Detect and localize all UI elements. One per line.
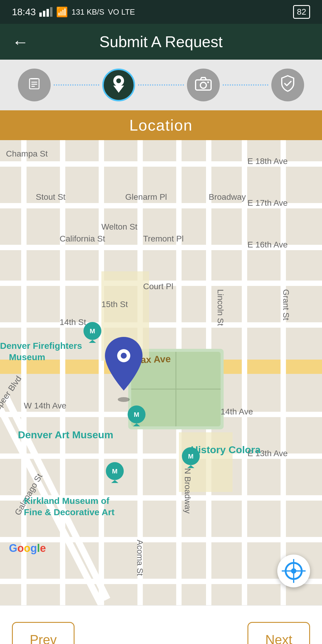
next-button[interactable]: Next bbox=[247, 622, 310, 644]
signal-icon bbox=[39, 7, 52, 17]
svg-rect-4 bbox=[31, 86, 35, 87]
svg-text:N Broadway: N Broadway bbox=[183, 468, 192, 514]
status-bar: 18:43 📶 131 KB/S VO LTE 82 bbox=[0, 0, 322, 24]
page-title: Submit A Request bbox=[99, 33, 222, 51]
camera-icon bbox=[195, 76, 212, 94]
clipboard-icon bbox=[27, 76, 42, 95]
step-form[interactable] bbox=[18, 69, 51, 101]
step-line-1 bbox=[54, 84, 99, 86]
status-time: 18:43 bbox=[12, 7, 36, 18]
svg-point-82 bbox=[121, 353, 127, 359]
svg-text:Denver Firefighters: Denver Firefighters bbox=[0, 341, 82, 351]
location-pin-icon bbox=[111, 74, 126, 96]
wifi-icon: 📶 bbox=[56, 6, 68, 18]
svg-text:Court Pl: Court Pl bbox=[143, 282, 173, 291]
network-speed: 131 KB/S bbox=[72, 7, 104, 17]
step-location[interactable] bbox=[102, 69, 135, 101]
svg-text:M: M bbox=[112, 467, 117, 475]
svg-text:E 17th Ave: E 17th Ave bbox=[247, 198, 288, 208]
svg-point-9 bbox=[200, 82, 206, 88]
step-photo[interactable] bbox=[187, 69, 220, 101]
svg-text:Fine & Decorative Art: Fine & Decorative Art bbox=[24, 507, 114, 517]
svg-rect-3 bbox=[31, 84, 37, 85]
location-label: Location bbox=[129, 116, 193, 134]
network-type: VO LTE bbox=[108, 7, 135, 17]
my-location-button[interactable] bbox=[277, 555, 310, 587]
svg-text:Denver Art Museum: Denver Art Museum bbox=[18, 429, 113, 440]
svg-text:E 16th Ave: E 16th Ave bbox=[247, 240, 288, 249]
svg-point-80 bbox=[118, 397, 130, 402]
svg-text:E 18th Ave: E 18th Ave bbox=[247, 157, 288, 166]
location-banner: Location bbox=[0, 110, 322, 140]
svg-text:Broadway: Broadway bbox=[209, 192, 246, 202]
step-indicator bbox=[0, 60, 322, 110]
back-button[interactable]: ← bbox=[12, 32, 29, 52]
google-logo: Google bbox=[9, 542, 46, 555]
svg-text:Grant St: Grant St bbox=[281, 289, 291, 320]
step-line-3 bbox=[223, 84, 268, 86]
svg-text:M: M bbox=[90, 327, 95, 335]
svg-text:Glenarm Pl: Glenarm Pl bbox=[125, 192, 167, 202]
svg-text:Kirkland Museum of: Kirkland Museum of bbox=[24, 496, 110, 506]
location-crosshair-icon bbox=[285, 562, 303, 580]
svg-point-10 bbox=[207, 81, 209, 83]
step-line-2 bbox=[138, 84, 184, 86]
svg-text:14th Ave: 14th Ave bbox=[221, 407, 253, 416]
svg-point-6 bbox=[116, 78, 121, 83]
svg-text:14th St: 14th St bbox=[60, 318, 86, 327]
step-confirm[interactable] bbox=[271, 69, 304, 101]
svg-text:California St: California St bbox=[60, 234, 105, 243]
map-container[interactable]: Champa St Stout St California St Welton … bbox=[0, 140, 322, 605]
bottom-navigation: Prev Next bbox=[0, 605, 322, 644]
svg-text:History Colora: History Colora bbox=[191, 444, 261, 455]
svg-text:Tremont Pl: Tremont Pl bbox=[143, 234, 184, 243]
svg-text:M: M bbox=[134, 411, 139, 418]
svg-text:Acoma St: Acoma St bbox=[135, 540, 145, 576]
checkmark-shield-icon bbox=[280, 75, 295, 95]
svg-text:Museum: Museum bbox=[9, 352, 45, 362]
svg-text:Welton St: Welton St bbox=[101, 222, 137, 231]
top-navigation: ← Submit A Request bbox=[0, 24, 322, 60]
svg-text:15th St: 15th St bbox=[101, 300, 128, 309]
prev-button[interactable]: Prev bbox=[12, 622, 75, 644]
svg-text:W 14th Ave: W 14th Ave bbox=[24, 401, 66, 410]
svg-text:Stout St: Stout St bbox=[36, 192, 66, 202]
svg-marker-7 bbox=[113, 86, 124, 93]
svg-rect-2 bbox=[31, 82, 37, 83]
battery-indicator: 82 bbox=[293, 5, 310, 19]
svg-text:Champa St: Champa St bbox=[6, 149, 48, 158]
svg-text:Lincoln St: Lincoln St bbox=[216, 289, 225, 326]
